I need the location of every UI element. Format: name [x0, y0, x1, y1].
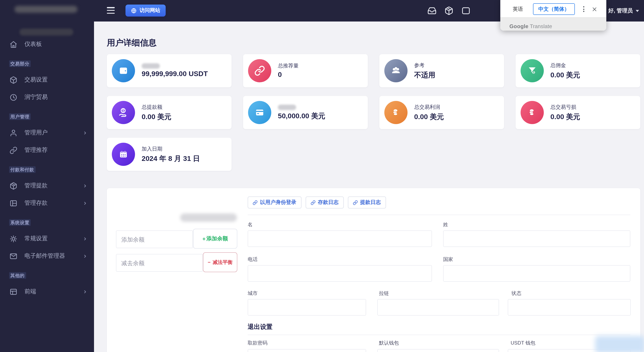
sidebar-item-label: 前端 — [24, 288, 83, 295]
stat-label: 总交易亏损 — [550, 104, 580, 111]
package-icon — [9, 181, 18, 190]
translate-tab-english[interactable]: 英语 — [513, 5, 523, 13]
first-name-label: 名 — [248, 221, 253, 228]
link-icon — [253, 200, 258, 205]
stat-label-redacted — [278, 104, 296, 110]
add-balance-input[interactable] — [116, 230, 193, 248]
inbox-icon[interactable] — [428, 6, 436, 15]
translate-tabs: 英语 中文（简体） — [500, 0, 606, 17]
stat-value: 99,999,999.00 USDT — [142, 70, 208, 78]
add-balance-button[interactable]: +添加余额 — [193, 229, 237, 249]
users-icon — [384, 59, 408, 82]
stat-value: 2024 年 8 月 31 日 — [142, 154, 200, 163]
sidebar-item-frontend[interactable]: 前端 — [0, 283, 94, 300]
last-name-label: 姓 — [443, 221, 448, 228]
funnel-dollar-icon: $ — [520, 59, 544, 82]
divider — [248, 335, 630, 335]
sidebar-item-trade-settings[interactable]: 交易设置 — [0, 71, 94, 89]
status-input[interactable] — [508, 299, 631, 316]
coins-icon — [384, 101, 408, 124]
calendar-icon — [112, 143, 135, 166]
close-icon[interactable] — [592, 6, 597, 12]
stat-card-withdrawals: $ 总提款额 0.00 美元 — [107, 96, 232, 129]
sidebar-section-system: 系统设置 — [0, 220, 94, 226]
sidebar-item-label: 管理存款 — [24, 199, 83, 207]
sidebar-item-general-settings[interactable]: 常规设置 — [0, 230, 94, 247]
stat-value: 0.00 美元 — [142, 112, 172, 121]
phone-label: 电话 — [248, 256, 258, 263]
first-name-input[interactable] — [248, 230, 432, 247]
zip-input[interactable] — [377, 299, 499, 316]
translate-footer: Google Translate — [500, 17, 606, 31]
chevron-right-icon — [83, 201, 88, 205]
subtract-balance-button[interactable]: −减法平衡 — [203, 252, 237, 272]
globe-icon — [131, 8, 137, 13]
phone-input[interactable] — [248, 265, 432, 282]
visit-website-button[interactable]: 访问网站 — [126, 4, 166, 16]
sidebar-item-label: 管理用户 — [24, 129, 83, 137]
withdraw-log-button[interactable]: 提款日志 — [348, 196, 386, 208]
package-icon[interactable] — [444, 6, 454, 15]
city-input[interactable] — [248, 299, 366, 316]
stat-value: 0.00 美元 — [550, 112, 580, 121]
clock-icon — [9, 93, 18, 101]
withdraw-password-label: 取款密码 — [248, 340, 268, 347]
chevron-right-icon — [83, 131, 88, 135]
grid-icon — [9, 199, 18, 207]
sidebar-section-others: 其他的 — [0, 273, 94, 279]
translate-tab-chinese[interactable]: 中文（简体） — [533, 3, 575, 15]
user-detail-form-card: 以用户身份登录 存款日志 提款日志 +添加余额 −减法平衡 — [107, 188, 640, 352]
menu-toggle-icon[interactable] — [107, 7, 115, 14]
sidebar-item-email-manager[interactable]: 电子邮件管理器 — [0, 247, 94, 265]
user-icon — [9, 129, 18, 137]
sidebar-logo-redacted — [14, 6, 78, 13]
watermark-redacted — [595, 336, 644, 352]
page-title: 用户详细信息 — [107, 37, 156, 48]
login-as-user-button[interactable]: 以用户身份登录 — [248, 196, 301, 208]
deposit-log-button[interactable]: 存款日志 — [306, 196, 344, 208]
sidebar-item-manage-users[interactable]: 管理用户 — [0, 124, 94, 142]
svg-text:$: $ — [122, 109, 124, 112]
chevron-right-icon — [83, 254, 88, 258]
default-wallet-input[interactable] — [377, 349, 499, 352]
stat-card-join-date: 加入日期 2024 年 8 月 31 日 — [107, 138, 232, 171]
stat-value: 50,000.00 美元 — [278, 111, 325, 121]
stat-value: 0.00 美元 — [414, 112, 444, 121]
sidebar-item-label: 管理推荐 — [24, 147, 88, 154]
wallet-icon — [112, 59, 135, 82]
main-content: 用户详细信息 99,999,999.00 USDT 总推荐量 0 — [94, 21, 644, 352]
stat-label: 总推荐量 — [278, 62, 298, 69]
sidebar-section-users: 用户管理 — [0, 114, 94, 120]
user-menu[interactable]: 好, 管理员 — [608, 0, 639, 21]
stat-value: 0.00 美元 — [550, 70, 580, 80]
usdt-wallet-label: USDT 钱包 — [511, 340, 536, 347]
stat-cards: 99,999,999.00 USDT 总推荐量 0 参考 不适用 — [107, 54, 640, 171]
country-input[interactable] — [443, 265, 630, 282]
flag-icon[interactable] — [461, 6, 470, 15]
withdraw-password-input[interactable] — [248, 349, 366, 352]
sidebar-item-manage-deposits[interactable]: 管理存款 — [0, 194, 94, 212]
cube-icon — [9, 76, 18, 84]
plus-icon: + — [202, 236, 206, 242]
stat-card-deposit: 50,000.00 美元 — [243, 96, 368, 129]
sidebar-item-label: 常规设置 — [24, 235, 83, 242]
minus-icon: − — [208, 259, 210, 265]
stat-card-reference: 参考 不适用 — [379, 54, 504, 87]
last-name-input[interactable] — [443, 230, 630, 247]
sidebar-item-manage-referrals[interactable]: 管理推荐 — [0, 142, 94, 159]
sidebar-item-runn-trade[interactable]: 润宁贸易 — [0, 89, 94, 106]
stat-label: 加入日期 — [142, 145, 200, 153]
sidebar-item-dashboard[interactable]: 仪表板 — [0, 35, 94, 53]
country-label: 国家 — [443, 256, 453, 263]
withdraw-settings-title: 退出设置 — [248, 323, 272, 331]
chevron-right-icon — [83, 236, 88, 241]
topbar-icons — [428, 0, 478, 21]
subtract-balance-input[interactable] — [116, 254, 203, 272]
svg-text:$: $ — [533, 70, 535, 74]
city-label: 城市 — [248, 290, 258, 297]
google-translate-brand: Google Translate — [510, 23, 552, 29]
zip-label: 拉链 — [379, 290, 389, 297]
sidebar-item-manage-withdrawals[interactable]: 管理提款 — [0, 177, 94, 194]
user-name-redacted — [180, 213, 237, 222]
more-options-icon[interactable] — [582, 4, 586, 14]
